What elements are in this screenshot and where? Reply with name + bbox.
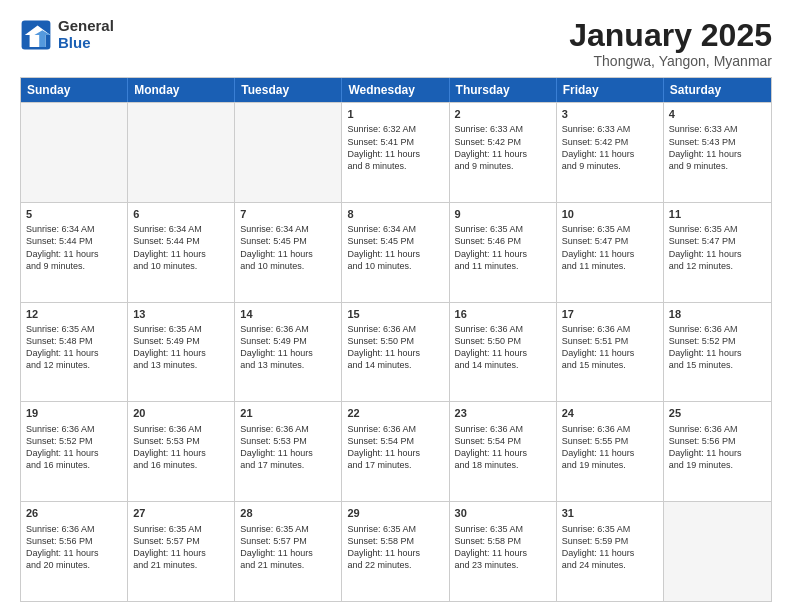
day-number: 5 [26,207,122,221]
cell-text: Sunrise: 6:36 AMSunset: 5:53 PMDaylight:… [240,423,336,472]
cell-text: Sunrise: 6:33 AMSunset: 5:42 PMDaylight:… [562,123,658,172]
calendar-cell: 24Sunrise: 6:36 AMSunset: 5:55 PMDayligh… [557,402,664,501]
calendar-header: Sunday Monday Tuesday Wednesday Thursday… [21,78,771,102]
title-block: January 2025 Thongwa, Yangon, Myanmar [569,18,772,69]
calendar-cell: 14Sunrise: 6:36 AMSunset: 5:49 PMDayligh… [235,303,342,402]
header-wednesday: Wednesday [342,78,449,102]
calendar-cell: 18Sunrise: 6:36 AMSunset: 5:52 PMDayligh… [664,303,771,402]
header-tuesday: Tuesday [235,78,342,102]
calendar-cell: 19Sunrise: 6:36 AMSunset: 5:52 PMDayligh… [21,402,128,501]
calendar-cell [21,103,128,202]
cell-text: Sunrise: 6:36 AMSunset: 5:50 PMDaylight:… [455,323,551,372]
day-number: 2 [455,107,551,121]
day-number: 31 [562,506,658,520]
location: Thongwa, Yangon, Myanmar [569,53,772,69]
logo-blue-text: Blue [58,35,114,52]
day-number: 4 [669,107,766,121]
month-title: January 2025 [569,18,772,53]
cell-text: Sunrise: 6:34 AMSunset: 5:45 PMDaylight:… [240,223,336,272]
calendar-cell: 9Sunrise: 6:35 AMSunset: 5:46 PMDaylight… [450,203,557,302]
day-number: 13 [133,307,229,321]
cell-text: Sunrise: 6:34 AMSunset: 5:45 PMDaylight:… [347,223,443,272]
calendar-cell: 15Sunrise: 6:36 AMSunset: 5:50 PMDayligh… [342,303,449,402]
cell-text: Sunrise: 6:36 AMSunset: 5:56 PMDaylight:… [669,423,766,472]
day-number: 11 [669,207,766,221]
day-number: 10 [562,207,658,221]
cell-text: Sunrise: 6:36 AMSunset: 5:52 PMDaylight:… [26,423,122,472]
cell-text: Sunrise: 6:36 AMSunset: 5:54 PMDaylight:… [347,423,443,472]
day-number: 29 [347,506,443,520]
day-number: 14 [240,307,336,321]
header-monday: Monday [128,78,235,102]
calendar-cell: 31Sunrise: 6:35 AMSunset: 5:59 PMDayligh… [557,502,664,601]
cell-text: Sunrise: 6:35 AMSunset: 5:59 PMDaylight:… [562,523,658,572]
calendar-cell: 1Sunrise: 6:32 AMSunset: 5:41 PMDaylight… [342,103,449,202]
calendar-cell: 27Sunrise: 6:35 AMSunset: 5:57 PMDayligh… [128,502,235,601]
cell-text: Sunrise: 6:32 AMSunset: 5:41 PMDaylight:… [347,123,443,172]
day-number: 25 [669,406,766,420]
cell-text: Sunrise: 6:35 AMSunset: 5:58 PMDaylight:… [455,523,551,572]
cell-text: Sunrise: 6:36 AMSunset: 5:56 PMDaylight:… [26,523,122,572]
calendar-cell: 29Sunrise: 6:35 AMSunset: 5:58 PMDayligh… [342,502,449,601]
calendar-cell: 30Sunrise: 6:35 AMSunset: 5:58 PMDayligh… [450,502,557,601]
calendar-cell: 7Sunrise: 6:34 AMSunset: 5:45 PMDaylight… [235,203,342,302]
header-sunday: Sunday [21,78,128,102]
day-number: 26 [26,506,122,520]
calendar-cell: 5Sunrise: 6:34 AMSunset: 5:44 PMDaylight… [21,203,128,302]
header: General Blue January 2025 Thongwa, Yango… [20,18,772,69]
day-number: 23 [455,406,551,420]
day-number: 19 [26,406,122,420]
calendar-cell [128,103,235,202]
day-number: 30 [455,506,551,520]
cell-text: Sunrise: 6:36 AMSunset: 5:49 PMDaylight:… [240,323,336,372]
cell-text: Sunrise: 6:33 AMSunset: 5:42 PMDaylight:… [455,123,551,172]
calendar-cell: 11Sunrise: 6:35 AMSunset: 5:47 PMDayligh… [664,203,771,302]
day-number: 28 [240,506,336,520]
cell-text: Sunrise: 6:35 AMSunset: 5:57 PMDaylight:… [133,523,229,572]
calendar-body: 1Sunrise: 6:32 AMSunset: 5:41 PMDaylight… [21,102,771,601]
logo-icon [20,19,52,51]
logo-text: General Blue [58,18,114,51]
cell-text: Sunrise: 6:33 AMSunset: 5:43 PMDaylight:… [669,123,766,172]
day-number: 1 [347,107,443,121]
calendar-cell: 2Sunrise: 6:33 AMSunset: 5:42 PMDaylight… [450,103,557,202]
day-number: 6 [133,207,229,221]
calendar-week-1: 1Sunrise: 6:32 AMSunset: 5:41 PMDaylight… [21,102,771,202]
day-number: 24 [562,406,658,420]
day-number: 3 [562,107,658,121]
calendar-cell: 17Sunrise: 6:36 AMSunset: 5:51 PMDayligh… [557,303,664,402]
calendar-week-3: 12Sunrise: 6:35 AMSunset: 5:48 PMDayligh… [21,302,771,402]
day-number: 22 [347,406,443,420]
day-number: 20 [133,406,229,420]
calendar-cell: 22Sunrise: 6:36 AMSunset: 5:54 PMDayligh… [342,402,449,501]
day-number: 27 [133,506,229,520]
calendar-cell: 16Sunrise: 6:36 AMSunset: 5:50 PMDayligh… [450,303,557,402]
day-number: 9 [455,207,551,221]
page: General Blue January 2025 Thongwa, Yango… [0,0,792,612]
cell-text: Sunrise: 6:35 AMSunset: 5:47 PMDaylight:… [562,223,658,272]
cell-text: Sunrise: 6:34 AMSunset: 5:44 PMDaylight:… [133,223,229,272]
logo: General Blue [20,18,114,51]
day-number: 17 [562,307,658,321]
cell-text: Sunrise: 6:36 AMSunset: 5:50 PMDaylight:… [347,323,443,372]
day-number: 8 [347,207,443,221]
calendar-cell [664,502,771,601]
calendar-cell: 6Sunrise: 6:34 AMSunset: 5:44 PMDaylight… [128,203,235,302]
day-number: 12 [26,307,122,321]
cell-text: Sunrise: 6:35 AMSunset: 5:48 PMDaylight:… [26,323,122,372]
cell-text: Sunrise: 6:35 AMSunset: 5:46 PMDaylight:… [455,223,551,272]
calendar-cell: 10Sunrise: 6:35 AMSunset: 5:47 PMDayligh… [557,203,664,302]
calendar-cell: 13Sunrise: 6:35 AMSunset: 5:49 PMDayligh… [128,303,235,402]
calendar: Sunday Monday Tuesday Wednesday Thursday… [20,77,772,602]
cell-text: Sunrise: 6:35 AMSunset: 5:47 PMDaylight:… [669,223,766,272]
calendar-cell: 21Sunrise: 6:36 AMSunset: 5:53 PMDayligh… [235,402,342,501]
header-friday: Friday [557,78,664,102]
calendar-cell: 25Sunrise: 6:36 AMSunset: 5:56 PMDayligh… [664,402,771,501]
calendar-cell: 8Sunrise: 6:34 AMSunset: 5:45 PMDaylight… [342,203,449,302]
cell-text: Sunrise: 6:34 AMSunset: 5:44 PMDaylight:… [26,223,122,272]
cell-text: Sunrise: 6:36 AMSunset: 5:52 PMDaylight:… [669,323,766,372]
cell-text: Sunrise: 6:36 AMSunset: 5:54 PMDaylight:… [455,423,551,472]
cell-text: Sunrise: 6:35 AMSunset: 5:58 PMDaylight:… [347,523,443,572]
calendar-week-5: 26Sunrise: 6:36 AMSunset: 5:56 PMDayligh… [21,501,771,601]
calendar-week-4: 19Sunrise: 6:36 AMSunset: 5:52 PMDayligh… [21,401,771,501]
